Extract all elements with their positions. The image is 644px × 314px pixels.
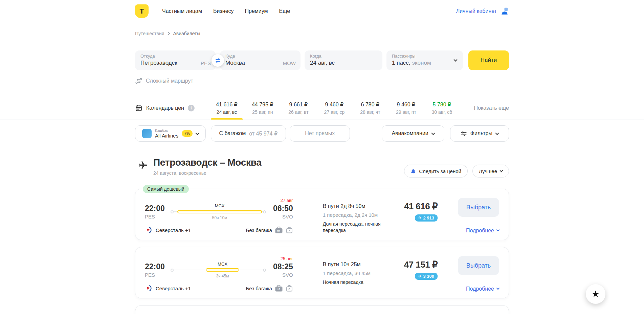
svg-text:x1: x1 <box>277 229 281 233</box>
chevron-down-icon <box>496 287 500 290</box>
transfer-note: Ночная пересадка <box>323 279 386 286</box>
flight-card: Самый дешевый 22:00 PES MCX 50ч 10м <box>135 189 509 240</box>
track-price-button[interactable]: Следить за ценой <box>404 165 468 177</box>
swap-arrows-icon <box>215 58 221 64</box>
passengers-label: Пассажиры <box>392 54 458 59</box>
breadcrumb-flights[interactable]: Авиабилеты <box>173 31 200 36</box>
select-flight-button[interactable]: Выбрать <box>458 198 499 217</box>
airlines-filter[interactable]: Авиакомпании <box>382 125 444 142</box>
airline: Северсталь +1 <box>145 285 191 292</box>
baggage-filter-price: от 45 974 ₽ <box>249 130 277 137</box>
layover-duration: 50ч 10м <box>177 215 262 220</box>
filters-button[interactable]: Фильтры <box>450 125 509 142</box>
breadcrumb-separator-icon <box>167 32 170 35</box>
miles-plane-icon: ✈ <box>418 274 421 278</box>
destination-code: MOW <box>283 60 296 66</box>
carryon-icon: x1 <box>275 285 283 292</box>
baggage-label: Без багажа <box>246 286 272 291</box>
arrival-time: 06:50 <box>270 204 293 212</box>
cheapest-badge: Самый дешевый <box>143 185 189 193</box>
passengers-class: эконом <box>412 60 431 66</box>
chevron-down-icon <box>495 131 499 135</box>
bank-card-icon <box>142 129 152 138</box>
calendar-day[interactable]: 6 780 ₽28 авг, чт <box>352 101 388 115</box>
select-flight-button[interactable]: Выбрать <box>458 256 499 275</box>
swap-cities-button[interactable] <box>212 54 224 67</box>
airline-name: Северсталь +1 <box>156 227 191 233</box>
price: 47 151 ₽ <box>386 259 438 270</box>
baggage-label: Без багажа <box>246 227 272 233</box>
route-title: Петрозаводск – Москва <box>153 157 261 168</box>
complex-route-label: Сложный маршрут <box>146 78 193 84</box>
total-duration: В пути 10ч 25м <box>323 261 386 268</box>
baggage-filter[interactable]: С багажом от 45 974 ₽ <box>211 125 286 142</box>
origin-field[interactable]: Откуда Петрозаводск PES <box>135 50 216 70</box>
calendar-day[interactable]: 9 460 ₽27 авг, ср <box>316 101 352 115</box>
origin-label: Откуда <box>140 54 210 59</box>
departure-airport: PES <box>145 272 166 278</box>
bell-icon <box>410 168 416 174</box>
chevron-down-icon <box>431 131 435 135</box>
layover-bar <box>206 268 239 272</box>
destination-label: Куда <box>225 54 295 59</box>
sort-dropdown[interactable]: Лучшее <box>472 165 509 177</box>
tbank-logo[interactable]: T <box>135 4 149 18</box>
arrival-airport: SVO <box>270 272 293 278</box>
baggage-info[interactable]: Без багажа x1 <box>246 226 293 234</box>
cashback-badge: ✈ 3 300 <box>415 273 438 280</box>
calendar-day[interactable]: 41 616 ₽24 авг, вс <box>209 101 245 115</box>
star-icon: ★ <box>592 289 600 299</box>
search-button[interactable]: Найти <box>468 50 509 70</box>
nav-item-premium[interactable]: Премиум <box>245 8 268 14</box>
cashback-percent-badge: 7% <box>182 130 192 137</box>
flight-card: 22:00 PES MCX 3ч 45м 25 авг 08:25 <box>135 247 509 298</box>
nav-item-private[interactable]: Частным лицам <box>162 8 202 14</box>
carryon-icon: x1 <box>275 226 283 234</box>
layover-bar <box>177 210 262 213</box>
calendar-day[interactable]: 5 780 ₽30 авг, сб <box>424 101 460 115</box>
destination-field[interactable]: Куда Москва MOW <box>220 50 301 70</box>
miles-plane-icon: ✈ <box>418 216 421 220</box>
passengers-field[interactable]: Пассажиры 1 пасс, эконом <box>386 50 463 70</box>
account-label: Личный кабинет <box>456 8 497 14</box>
airline-logo <box>145 285 152 292</box>
baggage-info[interactable]: Без багажа x1 <box>246 285 293 292</box>
svg-text:x1: x1 <box>277 288 281 291</box>
complex-route-link[interactable]: Сложный маршрут <box>135 77 193 85</box>
flight-card: 22:00 PES MCX 5ч 50м 25 авг 10:30 <box>135 305 509 314</box>
nav-item-more[interactable]: Еще <box>279 8 290 14</box>
plane-icon <box>137 161 148 170</box>
no-baggage-icon <box>286 285 293 292</box>
arrival-date: 27 авг <box>270 198 293 204</box>
date-label: Когда <box>310 54 377 59</box>
cashback-filter[interactable]: Кэшбэк All Airlines 7% <box>135 125 206 142</box>
flight-results-list: Самый дешевый 22:00 PES MCX 50ч 10м <box>135 189 509 314</box>
calendar-day[interactable]: 9 460 ₽29 авг, пт <box>388 101 424 115</box>
show-more-link[interactable]: Показать ещё <box>474 105 509 111</box>
main-nav: Частным лицам Бизнесу Премиум Еще <box>162 8 290 14</box>
departure-airport: PES <box>145 214 166 219</box>
account-link[interactable]: Личный кабинет <box>456 7 509 16</box>
flight-details: В пути 10ч 25м 1 пересадка, 3ч 45м Ночна… <box>323 256 386 292</box>
arrival-block: 25 авг 08:25 SVO <box>270 256 293 280</box>
calendar-day[interactable]: 9 661 ₽26 авг, вт <box>281 101 316 115</box>
arrival-block: 27 авг 06:50 SVO <box>270 198 293 222</box>
nav-item-business[interactable]: Бизнесу <box>213 8 234 14</box>
flight-search-form: Откуда Петрозаводск PES Куда Москва MOW … <box>135 50 509 70</box>
breadcrumb-travel[interactable]: Путешествия <box>135 31 164 36</box>
baggage-filter-label: С багажом <box>219 130 246 137</box>
info-icon[interactable]: i <box>188 105 195 111</box>
calendar-day[interactable]: 44 795 ₽25 авг, пн <box>245 101 281 115</box>
price: 41 616 ₽ <box>386 201 438 212</box>
no-direct-filter[interactable]: Нет прямых <box>290 125 350 142</box>
details-toggle[interactable]: Подробнее <box>466 228 499 234</box>
favorites-fab-button[interactable]: ★ <box>586 284 605 304</box>
details-toggle[interactable]: Подробнее <box>466 286 499 292</box>
results-header: Петрозаводск – Москва 24 августа, воскре… <box>135 157 509 177</box>
departure-block: 22:00 PES <box>145 256 166 280</box>
layover-airport: MCX <box>177 203 262 208</box>
cashback-value: All Airlines <box>155 133 178 139</box>
date-field[interactable]: Когда 24 авг, вс <box>305 50 382 70</box>
breadcrumb: Путешествия Авиабилеты <box>135 31 509 36</box>
cashback-label: Кэшбэк <box>155 128 178 132</box>
